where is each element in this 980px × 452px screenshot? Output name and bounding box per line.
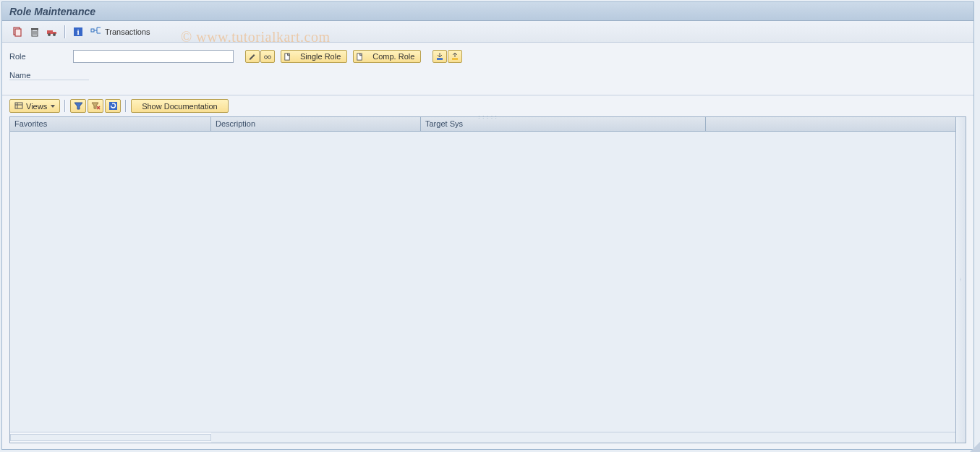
copy-button[interactable] <box>9 25 25 39</box>
comp-role-label: Comp. Role <box>372 52 414 61</box>
single-role-label: Single Role <box>300 52 341 61</box>
role-label: Role <box>9 52 70 61</box>
alv-toolbar: Views Show Documentation <box>2 95 973 116</box>
transport-button[interactable] <box>44 25 60 39</box>
title-bar: Role Maintenance <box>2 2 973 21</box>
glasses-icon <box>263 52 272 61</box>
views-button[interactable]: Views <box>9 99 60 113</box>
svg-point-9 <box>48 33 51 36</box>
vertical-scrollbar[interactable]: ··· <box>955 117 966 443</box>
table-content <box>10 132 955 432</box>
column-target-sys[interactable]: Target Sys <box>421 117 706 131</box>
trash-icon <box>29 26 41 38</box>
toolbar-separator <box>64 25 66 38</box>
alv-separator <box>64 100 66 112</box>
show-documentation-label: Show Documentation <box>142 102 218 111</box>
column-blank <box>706 117 955 131</box>
filter-cancel-icon <box>91 101 101 111</box>
table-container: : : : : : Favorites Description Target S… <box>9 116 966 443</box>
table-header: Favorites Description Target Sys <box>10 117 955 132</box>
form-area: Role <box>2 43 973 95</box>
pencil-icon <box>248 52 257 61</box>
name-label: Name <box>9 71 89 80</box>
svg-rect-23 <box>437 58 443 60</box>
role-input[interactable] <box>73 50 234 63</box>
svg-point-19 <box>268 56 271 59</box>
display-button[interactable] <box>260 50 275 63</box>
svg-point-18 <box>265 56 268 59</box>
splitter-handle-top[interactable]: : : : : : <box>478 114 498 119</box>
upload-icon <box>451 52 459 61</box>
svg-point-10 <box>53 33 56 36</box>
copy-icon <box>12 26 23 38</box>
svg-text:i: i <box>77 27 79 36</box>
delete-button[interactable] <box>27 25 43 39</box>
main-toolbar: i Transactions <box>2 21 973 43</box>
svg-rect-13 <box>91 29 94 32</box>
chevron-down-icon <box>51 105 55 108</box>
refresh-button[interactable] <box>105 99 121 113</box>
truck-icon <box>46 26 58 38</box>
show-documentation-button[interactable]: Show Documentation <box>131 99 229 113</box>
info-button[interactable]: i <box>70 25 86 39</box>
download-button[interactable] <box>433 50 447 63</box>
filter-button[interactable] <box>70 99 86 113</box>
new-doc-icon <box>356 53 364 61</box>
svg-rect-25 <box>15 103 22 108</box>
comp-role-button[interactable]: Comp. Role <box>353 50 421 63</box>
svg-rect-7 <box>47 30 53 34</box>
svg-rect-1 <box>15 29 21 36</box>
single-role-button[interactable]: Single Role <box>281 50 347 63</box>
refresh-icon <box>108 101 118 111</box>
alv-separator <box>125 100 127 112</box>
download-icon <box>435 52 444 61</box>
horizontal-scrollbar[interactable] <box>10 432 211 443</box>
transactions-label: Transactions <box>105 27 150 36</box>
column-favorites[interactable]: Favorites <box>10 117 211 131</box>
filter-icon <box>74 101 83 111</box>
views-label: Views <box>26 102 47 111</box>
page-title: Role Maintenance <box>9 6 95 17</box>
column-description[interactable]: Description <box>211 117 421 131</box>
expand-tree-icon <box>90 26 102 38</box>
new-doc-icon <box>284 53 291 61</box>
transactions-button[interactable]: Transactions <box>88 25 153 39</box>
info-icon: i <box>72 26 84 38</box>
views-icon <box>14 101 24 111</box>
upload-button[interactable] <box>448 50 462 63</box>
filter-delete-button[interactable] <box>88 99 103 113</box>
edit-button[interactable] <box>245 50 260 63</box>
svg-rect-24 <box>452 58 458 60</box>
resize-handle[interactable] <box>970 442 980 452</box>
svg-rect-3 <box>31 28 38 30</box>
